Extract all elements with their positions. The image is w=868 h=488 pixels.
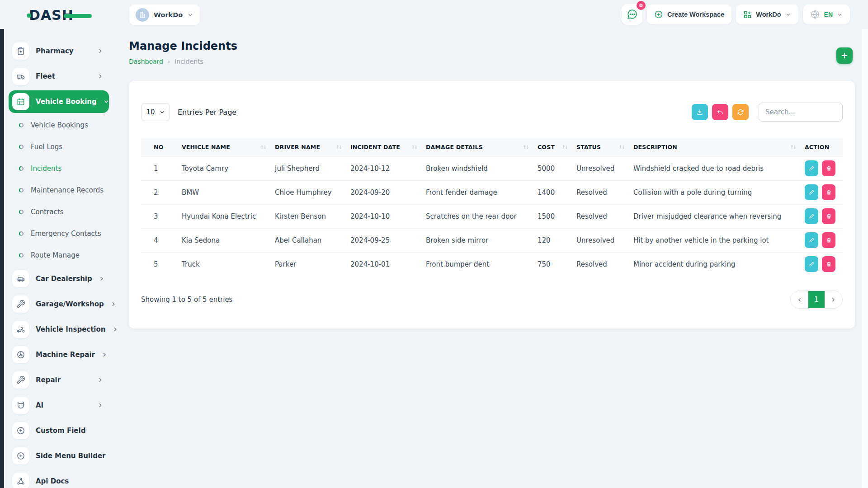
delete-button[interactable] (822, 232, 835, 248)
sidebar-item-vehicle-booking[interactable]: Vehicle Booking (9, 90, 109, 113)
add-incident-button[interactable] (836, 47, 853, 64)
trash-icon (826, 189, 832, 195)
bullet-icon (19, 209, 24, 215)
sidebar-item-car-dealership[interactable]: Car Dealership (9, 266, 109, 291)
sidebar-item-repair[interactable]: Repair (9, 367, 109, 393)
submenu-item-vehicle-bookings[interactable]: Vehicle Bookings (9, 114, 109, 136)
scrollbar-track[interactable] (862, 29, 868, 488)
wrench-icon (12, 296, 29, 313)
search-input[interactable] (759, 103, 843, 122)
sidebar-item-ai[interactable]: AI (9, 393, 109, 418)
cell-status: Unresolved (572, 156, 629, 180)
cell-no: 4 (141, 228, 177, 252)
edit-button[interactable] (805, 208, 818, 224)
entries-per-page-select[interactable]: 10 (141, 103, 170, 121)
edit-button[interactable] (805, 160, 818, 176)
breadcrumb-separator-icon: › (168, 58, 170, 65)
language-menu-button[interactable]: EN (803, 5, 850, 24)
trash-icon (826, 261, 832, 267)
sidebar-item-pharmacy[interactable]: Pharmacy (9, 38, 109, 64)
bullet-icon (19, 166, 24, 171)
globe-icon (810, 9, 820, 19)
table-row: 1 Toyota Camry Juli Shepherd 2024-10-12 … (141, 156, 843, 180)
chat-bubble-icon (626, 9, 638, 20)
column-header-incident-date[interactable]: INCIDENT DATE↑↓ (346, 138, 421, 156)
submenu-item-contracts[interactable]: Contracts (9, 201, 109, 223)
grid-plus-icon (743, 10, 752, 19)
pencil-icon (809, 165, 815, 171)
messages-button[interactable]: 0 (622, 4, 642, 25)
wrench-icon (12, 371, 29, 389)
pagination: 1 (790, 291, 843, 309)
submenu-item-maintenance-records[interactable]: Maintenance Records (9, 179, 109, 201)
column-header-description[interactable]: DESCRIPTION↑↓ (629, 138, 800, 156)
cell-damage: Front fender damage (421, 180, 533, 204)
bullet-icon (19, 122, 24, 128)
pagination-next-button[interactable] (825, 291, 842, 308)
submenu-item-incidents[interactable]: Incidents (9, 158, 109, 179)
column-header-damage-details[interactable]: DAMAGE DETAILS↑↓ (421, 138, 533, 156)
pagination-page-1[interactable]: 1 (808, 291, 825, 308)
edit-button[interactable] (805, 184, 818, 200)
cell-driver: Parker (270, 252, 346, 276)
undo-arrow-icon (717, 108, 724, 116)
edit-button[interactable] (805, 232, 818, 248)
pagination-prev-button[interactable] (791, 291, 808, 308)
chevron-right-icon (99, 276, 105, 282)
submenu-item-emergency-contacts[interactable]: Emergency Contacts (9, 223, 109, 244)
cell-damage: Front bumper dent (421, 252, 533, 276)
edit-button[interactable] (805, 256, 818, 272)
calendar-icon (12, 93, 29, 110)
submenu-item-fuel-logs[interactable]: Fuel Logs (9, 136, 109, 158)
column-header-driver-name[interactable]: DRIVER NAME↑↓ (270, 138, 346, 156)
delete-button[interactable] (822, 256, 835, 272)
column-header-status[interactable]: STATUS↑↓ (572, 138, 629, 156)
cell-status: Resolved (572, 252, 629, 276)
sidebar-item-custom-field[interactable]: Custom Field (9, 418, 109, 443)
entries-per-page-value: 10 (146, 108, 155, 116)
sidebar-item-garage-workshop[interactable]: Garage/Workshop (9, 291, 109, 317)
sidebar-item-api-docs[interactable]: Api Docs (9, 469, 109, 488)
submenu-item-label: Route Manage (31, 251, 80, 259)
undo-button[interactable] (712, 104, 728, 120)
cell-description: Driver misjudged clearance when reversin… (629, 204, 800, 228)
breadcrumb-dashboard-link[interactable]: Dashboard (129, 58, 163, 65)
showing-entries-text: Showing 1 to 5 of 5 entries (141, 296, 232, 304)
cell-vehicle: Kia Sedona (177, 228, 270, 252)
sidebar-item-label: Fleet (36, 72, 91, 80)
submenu-item-label: Fuel Logs (31, 143, 62, 151)
sidebar-item-fleet[interactable]: Fleet (9, 64, 109, 89)
sidebar-item-side-menu-builder[interactable]: Side Menu Builder (9, 443, 109, 469)
workspace-switcher[interactable]: WorkDo (129, 5, 200, 25)
cell-cost: 750 (533, 252, 572, 276)
pencil-icon (809, 237, 815, 243)
sidebar-item-label: Car Dealership (36, 275, 92, 283)
app-logo[interactable]: DASH (29, 7, 74, 23)
logo-dot (27, 14, 31, 18)
submenu-item-route-manage[interactable]: Route Manage (9, 244, 109, 266)
delete-button[interactable] (822, 160, 835, 176)
company-menu-button[interactable]: WorkDo (736, 5, 798, 24)
delete-button[interactable] (822, 208, 835, 224)
plus-circle-icon (12, 447, 29, 465)
sort-icon: ↑↓ (523, 145, 528, 150)
chevron-right-icon (97, 402, 104, 408)
cell-description: Hit by another vehicle in the parking lo… (629, 228, 800, 252)
entries-per-page-label: Entries Per Page (178, 108, 236, 117)
sidebar-item-vehicle-inspection[interactable]: Vehicle Inspection (9, 317, 109, 342)
sort-icon: ↑↓ (335, 145, 341, 150)
cell-vehicle: BMW (177, 180, 270, 204)
column-header-vehicle-name[interactable]: VEHICLE NAME↑↓ (177, 138, 270, 156)
chevron-left-icon (797, 297, 802, 303)
column-header-cost[interactable]: COST↑↓ (533, 138, 572, 156)
cell-description: Windshield cracked due to road debris (629, 156, 800, 180)
create-workspace-button[interactable]: Create Workspace (647, 5, 731, 24)
sidebar-item-machine-repair[interactable]: Machine Repair (9, 342, 109, 367)
export-button[interactable] (692, 104, 708, 120)
delete-button[interactable] (822, 184, 835, 200)
column-header-no: NO (141, 138, 177, 156)
submenu-item-label: Vehicle Bookings (31, 121, 88, 129)
submenu-item-label: Emergency Contacts (31, 230, 101, 238)
refresh-button[interactable] (732, 104, 749, 120)
cell-no: 5 (141, 252, 177, 276)
